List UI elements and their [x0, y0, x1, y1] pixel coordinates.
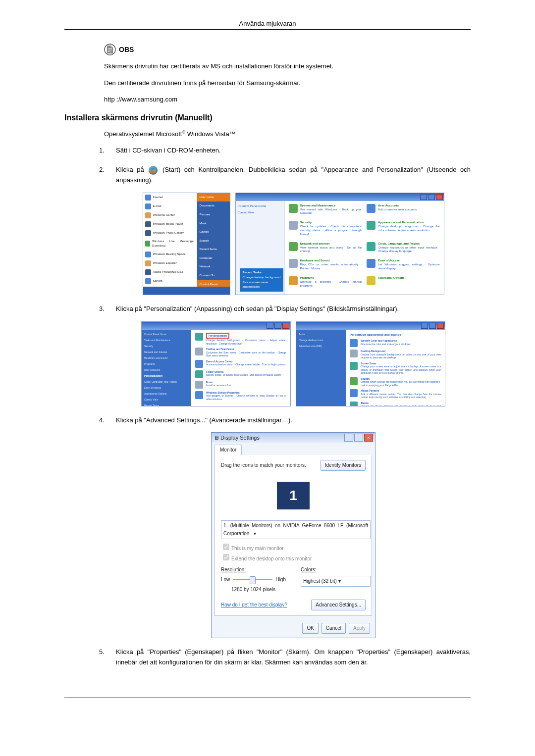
right-item: Network — [197, 262, 230, 271]
footer-divider — [64, 698, 471, 698]
recent-tasks: Recent Tasks Change desktop background P… — [240, 268, 284, 291]
main-monitor-checkbox — [223, 544, 229, 550]
monitor-1-tile[interactable]: 1 — [277, 482, 310, 509]
menu-item: Windows Photo Gallery — [143, 229, 197, 238]
right-item: Search — [197, 237, 230, 246]
start-menu-screenshot: Internet E-mail Welcome Center Windows M… — [143, 193, 230, 295]
step-3: Klicka på "Personalization" (Anpassning)… — [99, 304, 471, 406]
appearance-item: Ease of Access CenterAccommodate low vis… — [195, 360, 286, 368]
appearance-screenshot: Control Panel HomeTasks and MaintenanceS… — [141, 321, 291, 406]
cp-category: Additional Options — [367, 276, 440, 292]
personalization-sidebar: TasksChange desktop iconsAdjust font siz… — [296, 330, 346, 406]
right-item: Pictures — [197, 210, 230, 219]
minimize-icon[interactable] — [344, 434, 353, 442]
cp-sidebar: • Control Panel Home Classic View Recent… — [236, 201, 285, 295]
start-orb-icon — [149, 166, 158, 175]
resolution-label: Resolution: — [221, 566, 286, 574]
titlebar — [236, 193, 444, 201]
advanced-settings-button[interactable]: Advanced Settings... — [311, 600, 366, 610]
menu-item: Welcome Center — [143, 211, 197, 220]
obs-line1: Skärmens drivrutin har certifierats av M… — [104, 61, 471, 71]
display-settings-dialog: 🖥 Display Settings × Monitor Drag the ic… — [211, 432, 375, 638]
cp-category: User AccountsAdd or remove user accounts — [367, 204, 440, 219]
step-2-text-a: Klicka på — [116, 166, 148, 173]
cp-category: System and MaintenanceGet started with W… — [289, 204, 362, 219]
resolution-value: 1280 by 1024 pixels — [221, 586, 286, 594]
window-icon: 🖥 Display Settings — [214, 434, 260, 443]
personalization-item: Screen SaverChange your screen saver or … — [350, 362, 441, 375]
step-2-text-b: (Start) och Kontrollpanelen. Dubbelklick… — [116, 166, 471, 184]
extend-desktop-checkbox — [223, 554, 229, 560]
cp-category: SecurityCheck for updates · Check this c… — [289, 221, 362, 240]
colors-select[interactable]: Highest (32 bit) ▾ — [301, 576, 371, 587]
maximize-icon[interactable] — [354, 434, 363, 442]
os-text-prefix: Operativsystemet Microsoft — [104, 130, 182, 138]
monitor-select[interactable]: 1. (Multiple Monitors) on NVIDIA GeForce… — [221, 520, 371, 539]
page-header: Använda mjukvaran — [64, 20, 471, 27]
cp-category: Appearance and PersonalizationChange des… — [367, 221, 440, 240]
appearance-main: PersonalizationChange desktop background… — [191, 330, 290, 406]
apply-button: Apply — [349, 623, 370, 634]
os-text: Operativsystemet Microsoft® Windows Vist… — [104, 129, 471, 139]
personalization-item: Mouse PointersPick a different mouse poi… — [350, 389, 441, 399]
appearance-item: Windows Sidebar PropertiesAdd gadgets to… — [195, 391, 286, 401]
monitor-preview: 1 — [221, 476, 366, 515]
appearance-item: Taskbar and Start MenuCustomize the Star… — [195, 348, 286, 357]
drag-text: Drag the icons to match your monitors. — [221, 461, 306, 469]
step-5: Klicka på "Properties" (Egenskaper) på f… — [99, 647, 471, 668]
identify-monitors-button[interactable]: Identify Monitors — [321, 460, 366, 471]
colors-label: Colors: — [301, 566, 366, 574]
step-4: Klicka på "Advanced Settings..." (Avance… — [99, 415, 471, 639]
ds-titlebar: 🖥 Display Settings × — [212, 433, 375, 443]
menu-item: Windows Meeting Space — [143, 250, 197, 259]
menu-item: E-mail — [143, 202, 197, 211]
cp-category: Ease of AccessLet Windows suggest settin… — [367, 259, 440, 274]
cancel-button[interactable]: Cancel — [321, 623, 346, 634]
step-2: Klicka på (Start) och Kontrollpanelen. D… — [99, 165, 471, 295]
monitor-tab[interactable]: Monitor — [214, 445, 242, 455]
titlebar — [142, 322, 290, 330]
close-icon[interactable]: × — [364, 434, 373, 442]
right-item: Connect To — [197, 271, 230, 280]
right-item: Recent Items — [197, 245, 230, 254]
obs-line2: Den certifierade drivrutinen finns på he… — [104, 78, 471, 88]
personalization-item: Window Color and AppearanceFine tune the… — [350, 339, 441, 347]
personalization-main: Personalize appearance and sounds Window… — [346, 330, 445, 406]
os-text-suffix: Windows Vista™ — [185, 130, 236, 138]
ok-button[interactable]: OK — [302, 623, 318, 634]
appearance-item: Folder OptionsSpecify single- or double-… — [195, 370, 286, 378]
resolution-slider[interactable] — [233, 579, 272, 580]
cp-category: ProgramsUninstall a program · Change sta… — [289, 276, 362, 292]
note-icon — [104, 44, 116, 55]
control-panel-screenshot: • Control Panel Home Classic View Recent… — [235, 193, 444, 295]
step-1: Sätt i CD-skivan i CD-ROM-enheten. — [99, 146, 471, 156]
personalization-screenshot: TasksChange desktop iconsAdjust font siz… — [296, 321, 445, 406]
menu-item: Windows Live Messenger Download — [143, 238, 197, 250]
section-heading: Installera skärmens drivrutin (Manuellt) — [64, 113, 471, 122]
appearance-item: FontsInstall or remove a font — [195, 381, 286, 389]
start-bottom-bar — [143, 287, 230, 295]
right-item: Computer — [197, 254, 230, 263]
titlebar — [296, 322, 445, 330]
personalization-heading: Personalize appearance and sounds — [350, 333, 441, 338]
menu-item: Sandra — [143, 277, 197, 286]
user-tile: User name — [197, 193, 230, 202]
appearance-sidebar: Control Panel HomeTasks and MaintenanceS… — [142, 330, 191, 406]
cp-main: System and MaintenanceGet started with W… — [285, 201, 444, 295]
personalization-item: Desktop BackgroundChoose from available … — [350, 350, 441, 359]
obs-url: http ://www.samsung.com — [104, 95, 471, 104]
menu-item: Windows Media Player — [143, 220, 197, 229]
cp-category: Network and InternetView network status … — [289, 242, 362, 257]
best-display-link[interactable]: How do I get the best display? — [221, 601, 287, 609]
right-item: Games — [197, 228, 230, 237]
right-item: Documents — [197, 202, 230, 210]
obs-label: OBS — [119, 46, 134, 53]
right-item: Music — [197, 219, 230, 228]
header-divider — [64, 29, 471, 30]
menu-item: Internet — [143, 193, 197, 202]
appearance-item: PersonalizationChange desktop background… — [195, 333, 286, 346]
personalization-item: ThemeChange the theme. Themes can change… — [350, 402, 441, 406]
personalization-item: SoundsChange which sounds are heard when… — [350, 377, 441, 387]
menu-item: Adobe Photoshop CS2 — [143, 268, 197, 277]
cp-category: Clock, Language, and RegionChange keyboa… — [367, 242, 440, 257]
